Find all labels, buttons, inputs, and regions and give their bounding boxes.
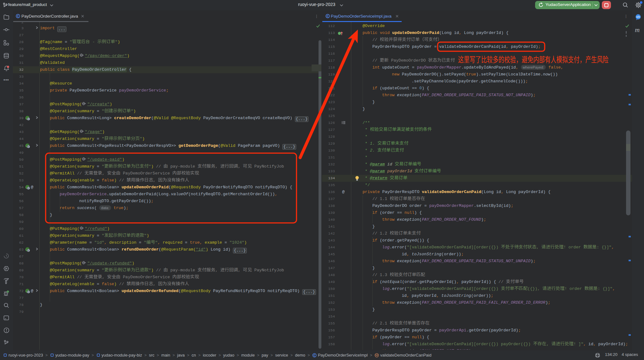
svg-text:</>: </> [636,15,640,19]
